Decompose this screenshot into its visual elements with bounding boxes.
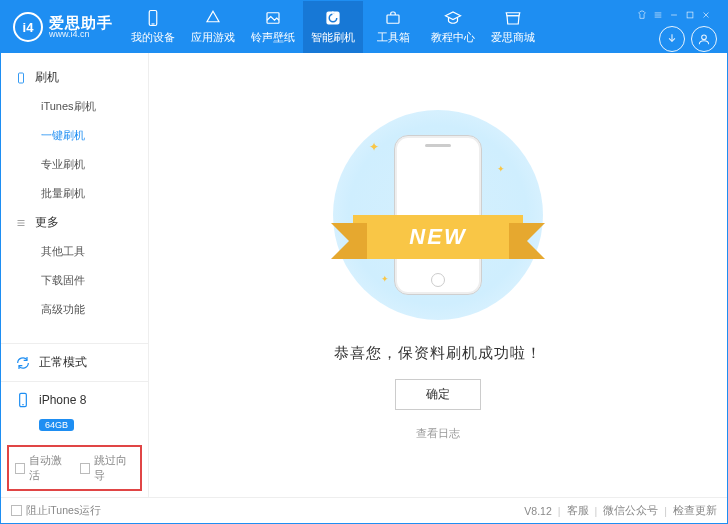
checkbox-icon — [11, 505, 22, 516]
checkbox-label: 阻止iTunes运行 — [26, 504, 101, 518]
version-label: V8.12 — [524, 505, 551, 517]
sidebar-tree: 刷机 iTunes刷机 一键刷机 专业刷机 批量刷机 更多 其他工具 下载固件 … — [1, 53, 148, 343]
star-icon: ✦ — [369, 140, 379, 154]
minimize-icon[interactable] — [667, 8, 681, 22]
image-icon — [264, 9, 282, 27]
checkbox-skip-guide[interactable]: 跳过向导 — [80, 453, 135, 483]
sidebar: 刷机 iTunes刷机 一键刷机 专业刷机 批量刷机 更多 其他工具 下载固件 … — [1, 53, 149, 497]
sidebar-group-flash[interactable]: 刷机 — [1, 63, 148, 92]
sidebar-item-itunes[interactable]: iTunes刷机 — [1, 92, 148, 121]
briefcase-icon — [384, 9, 402, 27]
sidebar-item-advanced[interactable]: 高级功能 — [1, 295, 148, 324]
top-nav: 我的设备 应用游戏 铃声壁纸 智能刷机 工具箱 教程中心 — [123, 1, 543, 53]
menu-icon[interactable] — [651, 8, 665, 22]
group-label: 刷机 — [35, 69, 59, 86]
skin-icon[interactable] — [635, 8, 649, 22]
list-icon — [15, 217, 27, 229]
sidebar-item-oneclick[interactable]: 一键刷机 — [1, 121, 148, 150]
nav-label: 智能刷机 — [311, 30, 355, 45]
svg-rect-13 — [19, 73, 24, 83]
sidebar-item-batch[interactable]: 批量刷机 — [1, 179, 148, 208]
app-window: i4 爱思助手 www.i4.cn 我的设备 应用游戏 铃声壁纸 智能刷机 — [0, 0, 728, 524]
separator: | — [558, 505, 561, 517]
nav-apps[interactable]: 应用游戏 — [183, 1, 243, 53]
svg-point-12 — [702, 35, 707, 40]
nav-label: 工具箱 — [377, 30, 410, 45]
logo-text: 爱思助手 www.i4.cn — [49, 15, 113, 39]
wechat-link[interactable]: 微信公众号 — [603, 504, 658, 518]
nav-device[interactable]: 我的设备 — [123, 1, 183, 53]
mode-row[interactable]: 正常模式 — [1, 344, 148, 382]
checkbox-icon — [15, 463, 25, 474]
graduation-icon — [444, 9, 462, 27]
sync-icon — [15, 355, 31, 371]
update-link[interactable]: 检查更新 — [673, 504, 717, 518]
maximize-icon[interactable] — [683, 8, 697, 22]
device-row[interactable]: iPhone 8 64GB — [1, 382, 148, 441]
statusbar: 阻止iTunes运行 V8.12 | 客服 | 微信公众号 | 检查更新 — [1, 497, 727, 523]
apps-icon — [204, 9, 222, 27]
nav-label: 教程中心 — [431, 30, 475, 45]
support-link[interactable]: 客服 — [567, 504, 589, 518]
nav-tutorial[interactable]: 教程中心 — [423, 1, 483, 53]
refresh-icon — [324, 9, 342, 27]
sidebar-bottom: 正常模式 iPhone 8 64GB 自动激活 跳过向导 — [1, 343, 148, 497]
window-controls — [635, 8, 713, 22]
checkbox-label: 自动激活 — [29, 453, 69, 483]
checkbox-block-itunes[interactable]: 阻止iTunes运行 — [11, 504, 101, 518]
separator: | — [595, 505, 598, 517]
logo-icon: i4 — [13, 12, 43, 42]
nav-toolbox[interactable]: 工具箱 — [363, 1, 423, 53]
checkbox-label: 跳过向导 — [94, 453, 134, 483]
phone-icon — [144, 9, 162, 27]
checkbox-auto-activate[interactable]: 自动激活 — [15, 453, 70, 483]
device-name: iPhone 8 — [39, 393, 86, 407]
app-name: 爱思助手 — [49, 15, 113, 30]
device-badge: 64GB — [39, 419, 74, 431]
view-log-link[interactable]: 查看日志 — [416, 426, 460, 441]
success-illustration: ✦ ✦ ✦ NEW — [333, 110, 543, 320]
download-button[interactable] — [659, 26, 685, 52]
svg-rect-9 — [687, 12, 693, 18]
success-message: 恭喜您，保资料刷机成功啦！ — [334, 344, 542, 363]
nav-store[interactable]: 爱思商城 — [483, 1, 543, 53]
sidebar-item-download[interactable]: 下载固件 — [1, 266, 148, 295]
star-icon: ✦ — [497, 164, 505, 174]
phone-small-icon — [15, 72, 27, 84]
nav-ringtone[interactable]: 铃声壁纸 — [243, 1, 303, 53]
group-label: 更多 — [35, 214, 59, 231]
svg-rect-0 — [149, 11, 157, 26]
separator: | — [664, 505, 667, 517]
body: 刷机 iTunes刷机 一键刷机 专业刷机 批量刷机 更多 其他工具 下载固件 … — [1, 53, 727, 497]
nav-flash[interactable]: 智能刷机 — [303, 1, 363, 53]
checkbox-icon — [80, 463, 90, 474]
sidebar-group-more[interactable]: 更多 — [1, 208, 148, 237]
titlebar: i4 爱思助手 www.i4.cn 我的设备 应用游戏 铃声壁纸 智能刷机 — [1, 1, 727, 53]
nav-label: 铃声壁纸 — [251, 30, 295, 45]
titlebar-right — [635, 2, 727, 52]
mode-label: 正常模式 — [39, 354, 87, 371]
main-panel: ✦ ✦ ✦ NEW 恭喜您，保资料刷机成功啦！ 确定 查看日志 — [149, 53, 727, 497]
app-logo[interactable]: i4 爱思助手 www.i4.cn — [1, 12, 123, 42]
sidebar-item-other[interactable]: 其他工具 — [1, 237, 148, 266]
user-button[interactable] — [691, 26, 717, 52]
ok-button[interactable]: 确定 — [395, 379, 481, 410]
star-icon: ✦ — [381, 274, 389, 284]
app-url: www.i4.cn — [49, 30, 113, 39]
new-ribbon: NEW — [353, 215, 523, 259]
store-icon — [504, 9, 522, 27]
bottom-checkbox-row: 自动激活 跳过向导 — [7, 445, 142, 491]
svg-rect-4 — [387, 15, 399, 23]
device-icon — [15, 392, 31, 408]
nav-label: 爱思商城 — [491, 30, 535, 45]
nav-label: 应用游戏 — [191, 30, 235, 45]
nav-label: 我的设备 — [131, 30, 175, 45]
statusbar-right: V8.12 | 客服 | 微信公众号 | 检查更新 — [524, 504, 717, 518]
sidebar-item-pro[interactable]: 专业刷机 — [1, 150, 148, 179]
close-icon[interactable] — [699, 8, 713, 22]
